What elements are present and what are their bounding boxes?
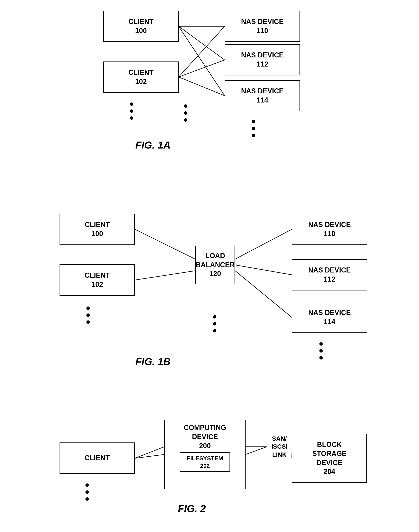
fig1a-client102: CLIENT 102 (103, 62, 179, 93)
fig2-label: FIG. 2 (178, 503, 206, 514)
fig2-client: CLIENT (60, 442, 135, 474)
fig2-computing-device: COMPUTING DEVICE 200 FILESYSTEM 202 (164, 420, 246, 489)
svg-line-1 (179, 26, 225, 60)
fig1b-nas110: NAS DEVICE 110 (292, 214, 367, 245)
fig1a-client100: CLIENT 100 (103, 11, 179, 42)
fig1a-label: FIG. 1A (135, 139, 170, 151)
svg-line-7 (135, 271, 195, 280)
svg-line-10 (235, 271, 292, 317)
svg-line-15 (246, 447, 267, 454)
fig1b-dots-nas: ••• (319, 340, 323, 361)
fig1a-dots-clients: ••• (130, 101, 134, 121)
fig1b-nas114: NAS DEVICE 114 (292, 302, 367, 333)
fig1a-nas110: NAS DEVICE 110 (225, 11, 300, 42)
fig1b-client100: CLIENT 100 (60, 214, 135, 245)
fig1b-client102: CLIENT 102 (60, 264, 135, 296)
fig2-dots-client: ••• (85, 481, 89, 502)
fig2-filesystem: FILESYSTEM 202 (180, 452, 230, 472)
fig1b-label: FIG. 1B (135, 356, 170, 367)
svg-line-8 (235, 229, 292, 259)
fig2-block-storage: BLOCK STORAGE DEVICE 204 (292, 434, 367, 483)
svg-line-4 (179, 60, 225, 77)
fig1a-nas112: NAS DEVICE 112 (225, 44, 300, 75)
fig2-san-link: SAN/ ISCSI LINK (267, 431, 292, 462)
svg-line-6 (135, 229, 195, 259)
fig1b-dots-clients: ••• (86, 305, 90, 325)
svg-line-11 (135, 447, 164, 458)
diagram-container: CLIENT 100 CLIENT 102 ••• NAS DEVICE 110… (0, 0, 419, 532)
fig1a-dots-nas: ••• (251, 118, 255, 139)
svg-line-14 (135, 454, 164, 458)
fig1a-nas114: NAS DEVICE 114 (225, 80, 300, 111)
fig1b-dots-center: ••• (213, 313, 217, 334)
svg-line-5 (179, 77, 225, 96)
svg-line-9 (235, 265, 292, 275)
fig1b-load-balancer: LOAD BALANCER 120 (195, 246, 235, 284)
fig1a-dots-center: ••• (184, 103, 188, 123)
fig1b-nas112: NAS DEVICE 112 (292, 259, 367, 291)
svg-line-2 (179, 26, 225, 96)
svg-line-3 (179, 26, 225, 77)
